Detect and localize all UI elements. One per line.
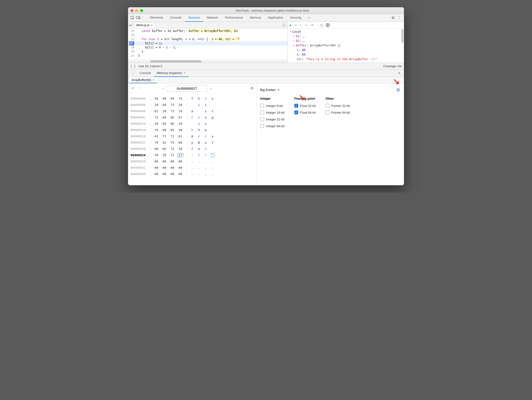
status-bar: { } Line 18, Column 5 Coverage: n/a xyxy=(128,63,404,70)
file-tab-label: demo-js.js xyxy=(136,23,149,27)
pause-on-exceptions-icon[interactable]: ❚❚ xyxy=(326,23,330,27)
run-snippet-icon[interactable]: ▸ xyxy=(282,23,286,27)
tab-sources[interactable]: Sources xyxy=(185,14,203,22)
scope-b2-toggle[interactable] xyxy=(293,39,296,43)
scope-local-label: Local xyxy=(292,30,301,33)
tab-more-icon[interactable]: » xyxy=(305,14,313,22)
horizontal-scrollbar[interactable] xyxy=(128,60,288,63)
hex-row[interactable]: 0000001020696E20 in xyxy=(130,120,254,127)
hex-row[interactable]: 0000003000000000.... xyxy=(130,171,254,177)
mi-tab-label: ArrayBuffer(60) xyxy=(131,78,151,82)
checkbox-p64[interactable] xyxy=(326,111,329,114)
tab-performance[interactable]: Performance xyxy=(221,14,246,22)
step-icon[interactable]: →• xyxy=(310,23,314,27)
prev-address-icon[interactable]: ‹ xyxy=(160,87,165,90)
main-tabbar: Elements Console Sources Network Perform… xyxy=(128,14,404,22)
close-icon[interactable]: ✕ xyxy=(153,78,155,81)
integer-header: Integer xyxy=(260,97,285,100)
endian-select[interactable]: Big Endian xyxy=(260,88,275,92)
close-window-icon[interactable] xyxy=(130,9,133,12)
pretty-print-icon[interactable]: { } xyxy=(130,65,136,68)
divider xyxy=(143,16,143,20)
hex-row[interactable]: 0000000420697320 is xyxy=(130,102,254,108)
address-input[interactable] xyxy=(166,85,207,92)
coverage-status: Coverage: n/a xyxy=(383,65,402,68)
tab-elements[interactable]: Elements xyxy=(147,14,167,22)
step-into-icon[interactable]: ↓ xyxy=(300,23,302,27)
hex-row[interactable]: 0000000C72696E67ring xyxy=(130,114,254,120)
titlebar: DevTools - memory-inspector.glitch.me/de… xyxy=(128,7,404,14)
hex-row[interactable]: 0000001841727261Arra xyxy=(130,133,254,139)
hex-row[interactable]: 0000002C00000000.... xyxy=(130,164,254,171)
scope-scrollbar[interactable] xyxy=(401,29,403,43)
checkbox-int8[interactable] xyxy=(260,104,264,108)
gear-icon[interactable]: ⚙ xyxy=(396,87,400,93)
mi-tab-arraybuffer[interactable]: ArrayBuffer(60) ✕ xyxy=(129,77,157,83)
undo-icon[interactable]: ↶ xyxy=(130,87,135,90)
window-title: DevTools - memory-inspector.glitch.me/de… xyxy=(143,9,402,12)
kebab-menu-icon[interactable]: ⋮ xyxy=(397,15,401,20)
tab-application[interactable]: Application xyxy=(265,14,287,22)
hex-row[interactable]: 0000000054686973This xyxy=(130,95,254,102)
checkbox-f64[interactable] xyxy=(294,111,298,114)
minimize-window-icon[interactable] xyxy=(135,9,138,12)
devtools-window: DevTools - memory-inspector.glitch.me/de… xyxy=(128,7,404,185)
resume-icon[interactable]: ▶ xyxy=(290,23,291,27)
annotation-arrow-icon: ↘ xyxy=(299,92,305,102)
scope-b1-toggle[interactable] xyxy=(293,35,296,38)
hex-row[interactable]: 0000002066657220fer xyxy=(130,146,254,152)
drawer-tabbar: ⋮ Console Memory Inspector ✕ ✕ xyxy=(128,70,404,77)
gear-icon[interactable]: ⚙ xyxy=(391,15,395,20)
checkbox-int64[interactable] xyxy=(260,124,264,128)
memory-icon[interactable]: ⦙⦙ xyxy=(338,44,340,47)
drawer-close-icon[interactable]: ✕ xyxy=(396,71,403,75)
traffic-lights xyxy=(130,9,143,12)
scope-buffer-toggle[interactable] xyxy=(293,44,296,47)
checkbox-int32[interactable] xyxy=(260,117,264,121)
chevron-down-icon[interactable]: ▼ xyxy=(277,89,280,91)
tab-memory[interactable]: Memory xyxy=(246,14,265,22)
device-toggle-icon[interactable] xyxy=(135,16,141,20)
close-icon[interactable]: ✕ xyxy=(183,71,186,74)
hex-grid: 0000000054686973This0000000420697320 is … xyxy=(128,93,256,179)
drawer-menu-icon[interactable]: ⋮ xyxy=(129,71,137,75)
svg-rect-1 xyxy=(136,16,139,19)
mi-tab-row: ArrayBuffer(60) ✕ ↘ xyxy=(128,77,404,84)
next-address-icon[interactable]: › xyxy=(208,87,213,90)
refresh-icon[interactable]: ⟳ xyxy=(251,86,254,91)
cursor-position: Line 18, Column 5 xyxy=(139,65,162,68)
svg-rect-2 xyxy=(139,17,140,19)
hex-row[interactable]: 0000001474686520the xyxy=(130,127,254,133)
hex-row[interactable]: 0000001C79427566yBuf xyxy=(130,139,254,146)
tab-console[interactable]: Console xyxy=(167,14,185,22)
other-header: Other xyxy=(326,97,350,100)
hex-row[interactable]: 0000000861207374a st xyxy=(130,108,254,114)
navigator-toggle-icon[interactable]: ▸| xyxy=(129,23,132,27)
tab-security[interactable]: Security xyxy=(287,14,305,22)
hex-row[interactable]: 000000243A292127:)!' xyxy=(130,152,254,158)
zoom-window-icon[interactable] xyxy=(140,9,143,12)
hex-row[interactable]: 0000002800000000.... xyxy=(130,158,254,164)
drawer-tab-label: Memory Inspector xyxy=(157,71,182,75)
inspect-icon[interactable] xyxy=(129,16,135,20)
step-over-icon[interactable]: ↷ xyxy=(295,23,296,27)
file-tab-demo-js[interactable]: demo-js.js ✕ xyxy=(134,22,155,28)
step-out-icon[interactable]: ↑ xyxy=(305,23,307,27)
scope-local-toggle[interactable] xyxy=(290,30,292,33)
checkbox-p32[interactable] xyxy=(326,104,329,108)
tab-network[interactable]: Network xyxy=(203,14,222,22)
drawer-tab-memory-inspector[interactable]: Memory Inspector ✕ xyxy=(154,70,189,77)
close-icon[interactable]: ✕ xyxy=(151,24,153,27)
checkbox-f32[interactable] xyxy=(294,104,298,108)
debugger-toolbar: ▶ ↷ ↓ ↑ →• | ⃠ ❚❚ xyxy=(288,22,404,29)
checkbox-int16[interactable] xyxy=(260,111,264,114)
drawer-tab-console[interactable]: Console xyxy=(137,70,154,77)
redo-icon[interactable]: ↷ xyxy=(137,87,142,90)
